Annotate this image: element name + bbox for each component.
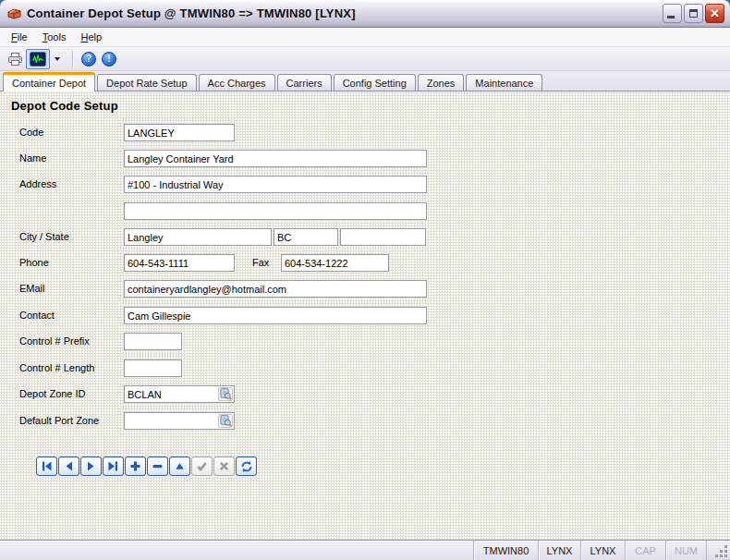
grip-dot [724,550,727,553]
help-icon: ? [81,52,96,67]
minimize-icon [667,16,675,18]
depot-code-setup-panel: Depot Code Setup Code Name Address City … [0,91,730,540]
edit-record-icon [174,460,186,472]
tab-container-depot[interactable]: Container Depot [3,72,95,91]
default-port-zone-field [124,412,235,430]
code-label: Code [19,127,43,138]
city-input[interactable] [124,228,272,246]
statusbar: TMWIN80 LYNX LYNX CAP NUM [0,540,730,560]
cancel-edit-icon [218,460,230,472]
status-panel-capslock: CAP [625,541,665,560]
tab-config-setting[interactable]: Config Setting [334,74,416,91]
nav-insert-button[interactable] [125,457,146,476]
email-label: EMail [19,283,45,294]
window-title: Container Depot Setup @ TMWIN80 => TMWIN… [27,6,663,20]
maximize-icon [689,9,698,18]
minimize-button[interactable] [663,4,682,23]
app-window: Container Depot Setup @ TMWIN80 => TMWIN… [0,0,730,560]
address-label: Address [19,178,56,189]
refresh-icon [240,460,253,473]
name-input[interactable] [124,150,427,167]
status-panel-numlock: NUM [665,541,706,560]
city-extra-input[interactable] [340,228,426,246]
grip-dot [724,545,727,548]
depot-zone-label: Depot Zone ID [19,388,86,399]
tab-carriers[interactable]: Carriers [277,74,332,91]
nav-cancel-button [213,457,235,476]
toolbar: ? ! [0,47,730,71]
status-panel-main [0,541,473,560]
close-button[interactable]: ✕ [705,4,724,23]
tab-depot-rate-setup[interactable]: Depot Rate Setup [97,74,196,91]
nav-edit-button[interactable] [169,457,190,476]
info-icon: ! [102,52,116,67]
tab-zones[interactable]: Zones [418,74,465,91]
next-record-icon [85,460,97,472]
menubar: File Tools Help [0,28,730,47]
control-length-label: Control # Length [19,362,94,373]
grip-dot [720,554,723,557]
lookup-icon [220,388,232,400]
maximize-button[interactable] [684,4,703,23]
depot-zone-field [124,385,235,403]
tab-acc-charges[interactable]: Acc Charges [199,74,275,91]
nav-last-button[interactable] [103,457,124,476]
nav-next-button[interactable] [80,457,102,476]
tab-maintenance[interactable]: Maintenance [466,74,542,91]
nav-refresh-button[interactable] [236,457,257,476]
control-prefix-label: Control # Prefix [19,335,90,347]
help-button[interactable]: ? [79,49,99,69]
titlebar: Container Depot Setup @ TMWIN80 => TMWIN… [0,0,730,28]
tabbar: Container Depot Depot Rate Setup Acc Cha… [0,71,730,91]
status-panel-company: LYNX [538,541,580,560]
print-button[interactable] [5,49,26,69]
grip-dot [720,550,723,553]
default-port-zone-label: Default Port Zone [19,415,99,426]
control-prefix-input[interactable] [124,333,182,350]
depot-zone-lookup-button[interactable] [218,387,233,401]
nav-post-button [191,457,213,476]
resize-grip[interactable] [706,541,730,560]
grip-dot [724,554,727,557]
toolbar-separator [72,51,73,67]
post-edit-icon [196,460,208,472]
monitor-icon [30,52,46,67]
contact-input[interactable] [124,307,427,324]
prior-record-icon [63,460,75,472]
address-line2-input[interactable] [124,202,427,220]
close-icon: ✕ [710,7,720,19]
first-record-icon [41,460,53,472]
contact-label: Contact [19,310,55,321]
status-panel-system: TMWIN80 [473,541,538,560]
address-line1-input[interactable] [124,176,427,193]
name-label: Name [19,152,46,164]
nav-prior-button[interactable] [58,457,79,476]
phone-label: Phone [19,257,49,268]
last-record-icon [107,460,119,472]
phone-input[interactable] [124,254,235,272]
printer-icon [7,52,23,67]
fax-label: Fax [252,257,269,268]
delete-record-icon [152,460,164,472]
control-length-input[interactable] [124,359,182,377]
menu-file[interactable]: File [4,30,35,44]
nav-first-button[interactable] [36,457,57,476]
insert-record-icon [129,460,141,472]
dropdown-arrow-icon [55,57,60,61]
about-button[interactable]: ! [99,49,119,69]
email-input[interactable] [124,280,427,298]
grip-dot [715,554,718,557]
page-title: Depot Code Setup [11,99,118,113]
menu-tools[interactable]: Tools [35,30,74,44]
status-panel-user: LYNX [580,541,625,560]
lookup-icon [220,415,232,427]
default-port-zone-lookup-button[interactable] [218,414,233,428]
fax-input[interactable] [281,254,389,272]
code-input[interactable] [124,124,235,141]
nav-delete-button[interactable] [147,457,168,476]
monitor-button[interactable] [26,49,50,69]
menu-help[interactable]: Help [73,30,109,44]
record-navigator [36,457,257,476]
monitor-dropdown-button[interactable] [50,49,67,69]
state-input[interactable] [274,228,338,246]
